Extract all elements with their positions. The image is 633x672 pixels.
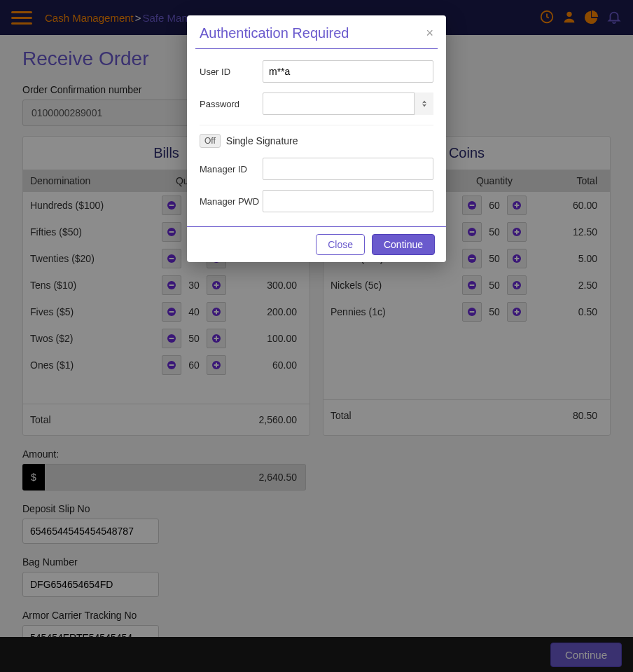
close-icon[interactable]: × [426, 26, 433, 41]
auth-modal: Authentication Required × User ID Passwo… [187, 15, 446, 262]
manager-pwd-label: Manager PWD [200, 196, 263, 207]
modal-title: Authentication Required [200, 25, 349, 41]
single-signature-label: Single Signature [226, 135, 298, 146]
password-visibility-toggle[interactable] [414, 92, 433, 115]
modal-overlay: Authentication Required × User ID Passwo… [0, 0, 633, 672]
user-id-input[interactable] [263, 60, 433, 83]
user-id-label: User ID [200, 67, 263, 77]
manager-id-input[interactable] [263, 158, 433, 180]
manager-id-label: Manager ID [200, 164, 263, 174]
modal-continue-button[interactable]: Continue [372, 234, 435, 255]
modal-close-button[interactable]: Close [316, 234, 365, 255]
manager-pwd-input[interactable] [263, 190, 433, 212]
single-signature-toggle[interactable]: Off [200, 134, 221, 148]
password-input[interactable] [263, 92, 433, 115]
password-label: Password [200, 99, 263, 109]
